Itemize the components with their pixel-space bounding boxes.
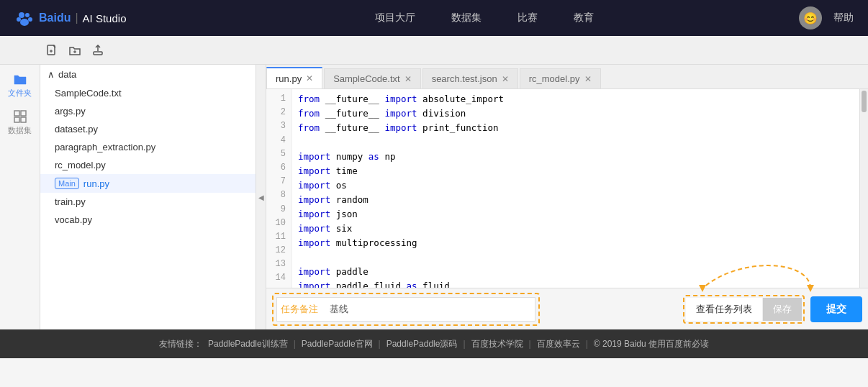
tab-samplecode[interactable]: SampleCode.txt ✕ bbox=[324, 68, 421, 88]
folder-header[interactable]: ∧ data bbox=[40, 65, 256, 84]
svg-rect-16 bbox=[21, 117, 26, 122]
logo-baidu: Baidu bbox=[39, 12, 71, 24]
close-icon[interactable]: ✕ bbox=[306, 73, 313, 83]
code-editor[interactable]: 1 2 3 4 5 6 7 8 9 10 11 12 13 14 15 16 1… bbox=[266, 89, 868, 288]
footer-prefix: 友情链接： bbox=[159, 338, 202, 350]
line-numbers: 1 2 3 4 5 6 7 8 9 10 11 12 13 14 15 16 1… bbox=[266, 89, 292, 288]
view-tasks-button[interactable]: 查看任务列表 bbox=[686, 298, 763, 321]
right-buttons: 查看任务列表 保存 bbox=[683, 295, 805, 324]
sidebar-item-dataset[interactable]: 数据集 bbox=[8, 109, 32, 136]
list-item[interactable]: paragraph_extraction.py bbox=[40, 138, 256, 156]
tab-search-json[interactable]: search.test.json ✕ bbox=[422, 68, 518, 88]
main-layout: 文件夹 数据集 ∧ data SampleCode.txt args.py da… bbox=[0, 65, 868, 329]
top-nav: Baidu | AI Studio 项目大厅 数据集 比赛 教育 😊 帮助 bbox=[0, 0, 868, 36]
footer-sep: | bbox=[586, 339, 588, 349]
nav-right: 😊 帮助 bbox=[799, 6, 854, 29]
sidebar-dataset-label: 数据集 bbox=[8, 125, 32, 136]
footer-sep: | bbox=[463, 339, 465, 349]
tab-label: rc_model.py bbox=[529, 73, 580, 84]
task-note-area: 任务备注 基线 bbox=[272, 293, 540, 326]
footer-link-3[interactable]: PaddlePaddle源码 bbox=[386, 338, 458, 350]
tab-run-py[interactable]: run.py ✕ bbox=[266, 67, 322, 88]
nav-logo: Baidu | AI Studio bbox=[14, 8, 126, 28]
toolbar bbox=[0, 36, 868, 65]
new-file-icon[interactable] bbox=[43, 42, 60, 59]
svg-point-2 bbox=[17, 17, 21, 22]
run-py-label: run.py bbox=[83, 178, 109, 189]
save-button[interactable]: 保存 bbox=[763, 298, 802, 321]
folder-name: data bbox=[58, 69, 76, 80]
grid-icon bbox=[13, 109, 27, 124]
submit-button[interactable]: 提交 bbox=[810, 296, 862, 322]
folder-icon bbox=[13, 72, 27, 86]
task-note-input[interactable] bbox=[276, 297, 535, 322]
footer-link-4[interactable]: 百度技术学院 bbox=[471, 338, 523, 350]
nav-link-project[interactable]: 项目大厅 bbox=[375, 12, 415, 24]
new-folder-icon[interactable] bbox=[66, 42, 83, 59]
svg-point-3 bbox=[20, 19, 29, 26]
logo-divider: | bbox=[75, 12, 78, 24]
chevron-down-icon: ∧ bbox=[48, 69, 55, 80]
svg-rect-11 bbox=[94, 52, 102, 55]
footer-sep: | bbox=[379, 339, 381, 349]
tabs-bar: run.py ✕ SampleCode.txt ✕ search.test.js… bbox=[266, 65, 868, 89]
file-tree: ∧ data SampleCode.txt args.py dataset.py… bbox=[40, 65, 256, 329]
svg-rect-15 bbox=[14, 117, 19, 122]
svg-point-0 bbox=[19, 12, 24, 18]
logo-studio: AI Studio bbox=[83, 12, 127, 24]
footer-copyright: © 2019 Baidu 使用百度前必读 bbox=[594, 338, 709, 350]
sidebar: 文件夹 数据集 bbox=[0, 65, 40, 329]
list-item[interactable]: dataset.py bbox=[40, 120, 256, 138]
tab-label: search.test.json bbox=[432, 73, 497, 84]
nav-link-education[interactable]: 教育 bbox=[574, 12, 594, 24]
editor-bottom-bar: 任务备注 基线 查看任务列表 保存 提交 bbox=[266, 288, 868, 329]
close-icon[interactable]: ✕ bbox=[404, 74, 412, 84]
tab-label: run.py bbox=[276, 73, 302, 84]
list-item[interactable]: SampleCode.txt bbox=[40, 84, 256, 102]
footer: 友情链接： PaddlePaddle训练营 | PaddlePaddle官网 |… bbox=[0, 329, 868, 358]
collapse-panel-arrow[interactable]: ◀ bbox=[256, 65, 266, 329]
nav-help[interactable]: 帮助 bbox=[833, 12, 854, 24]
upload-icon[interactable] bbox=[89, 42, 107, 59]
editor-area: run.py ✕ SampleCode.txt ✕ search.test.js… bbox=[266, 65, 868, 329]
nav-link-dataset[interactable]: 数据集 bbox=[451, 12, 482, 24]
run-py-item[interactable]: Main run.py bbox=[40, 174, 256, 193]
code-content[interactable]: from __future__ import absolute_import f… bbox=[292, 89, 859, 288]
toolbar-left bbox=[7, 42, 222, 59]
close-icon[interactable]: ✕ bbox=[584, 74, 592, 84]
footer-link-2[interactable]: PaddlePaddle官网 bbox=[302, 338, 373, 350]
close-icon[interactable]: ✕ bbox=[502, 74, 509, 84]
sidebar-files-label: 文件夹 bbox=[8, 88, 32, 99]
footer-sep: | bbox=[529, 339, 531, 349]
sidebar-item-files[interactable]: 文件夹 bbox=[8, 72, 32, 99]
svg-rect-14 bbox=[21, 111, 26, 116]
svg-rect-13 bbox=[14, 111, 19, 116]
scrollbar-y[interactable] bbox=[859, 89, 868, 288]
main-tag: Main bbox=[55, 178, 79, 189]
avatar[interactable]: 😊 bbox=[799, 6, 822, 29]
baidu-logo-icon bbox=[14, 8, 35, 28]
footer-link-1[interactable]: PaddlePaddle训练营 bbox=[208, 338, 288, 350]
tab-rc-model[interactable]: rc_model.py ✕ bbox=[520, 68, 601, 88]
nav-links: 项目大厅 数据集 比赛 教育 bbox=[169, 12, 799, 24]
svg-point-4 bbox=[28, 17, 32, 22]
list-item[interactable]: rc_model.py bbox=[40, 156, 256, 174]
list-item[interactable]: vocab.py bbox=[40, 211, 256, 229]
list-item[interactable]: train.py bbox=[40, 193, 256, 211]
list-item[interactable]: args.py bbox=[40, 102, 256, 120]
nav-link-competition[interactable]: 比赛 bbox=[517, 12, 538, 24]
tab-label: SampleCode.txt bbox=[333, 73, 400, 84]
footer-link-5[interactable]: 百度效率云 bbox=[537, 338, 580, 350]
footer-sep: | bbox=[294, 339, 296, 349]
svg-point-1 bbox=[25, 13, 30, 17]
